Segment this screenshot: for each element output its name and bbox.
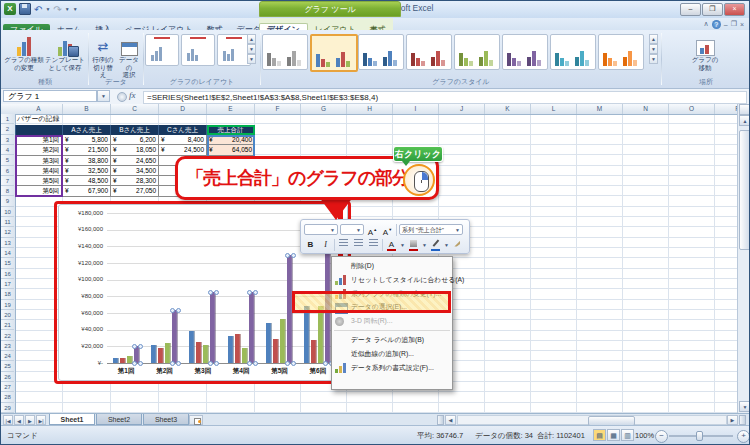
menu-item[interactable]: 削除(D) — [332, 259, 452, 273]
column-header-B[interactable]: B — [63, 104, 111, 114]
chart-style-option[interactable] — [454, 34, 500, 70]
row-header-18[interactable]: 18 — [1, 289, 14, 299]
value-cell[interactable]: ¥48,500 — [63, 176, 111, 186]
zoom-in-button[interactable]: + — [737, 430, 750, 443]
menu-item[interactable]: データ ラベルの追加(B) — [332, 333, 452, 347]
scroll-left-icon[interactable]: ◀ — [445, 415, 456, 425]
row-header-11[interactable]: 11 — [1, 217, 14, 227]
value-cell[interactable]: ¥34,500 — [111, 166, 159, 176]
name-box[interactable]: グラフ 1 — [3, 90, 97, 102]
row-header-22[interactable]: 22 — [1, 331, 14, 341]
row-header-7[interactable]: 7 — [1, 176, 14, 186]
column-header-M[interactable]: M — [577, 104, 623, 114]
row-header-12[interactable]: 12 — [1, 227, 14, 237]
value-cell[interactable]: ¥18,050 — [111, 145, 159, 155]
row-header-9[interactable]: 9 — [1, 196, 14, 206]
value-cell[interactable]: ¥28,300 — [111, 176, 159, 186]
chart-style-option[interactable] — [358, 34, 404, 70]
change-chart-type-button[interactable]: グラフの種類 の変更 — [4, 32, 44, 78]
column-header-O[interactable]: O — [669, 104, 715, 114]
value-cell[interactable]: ¥5,800 — [63, 135, 111, 145]
row-header-8[interactable]: 8 — [1, 186, 14, 196]
restore-button[interactable]: ❐ — [702, 3, 723, 16]
row-header-14[interactable]: 14 — [1, 248, 14, 258]
layout-scroll-down-icon[interactable]: ▼ — [247, 44, 256, 54]
row-header-24[interactable]: 24 — [1, 351, 14, 361]
chart-element-selector[interactable]: 系列 "売上合計"▼ — [399, 224, 463, 235]
align-center-button[interactable] — [352, 238, 365, 252]
align-right-button[interactable] — [367, 238, 380, 252]
value-cell[interactable]: ¥24,500 — [159, 145, 207, 155]
menu-item[interactable]: データ系列の書式設定(F)... — [332, 361, 452, 375]
table-header[interactable]: Cさん売上 — [159, 125, 207, 135]
table-header[interactable]: Bさん売上 — [111, 125, 159, 135]
chart-style-option[interactable] — [262, 34, 308, 70]
menu-item[interactable]: 3-D 回転(R)... — [332, 314, 452, 328]
column-header-F[interactable]: F — [255, 104, 301, 114]
zoom-slider-thumb[interactable] — [696, 431, 703, 441]
font-color-dropdown-icon[interactable]: ▼ — [400, 242, 405, 248]
value-cell[interactable]: ¥67,900 — [63, 186, 111, 196]
first-sheet-icon[interactable]: |◀ — [3, 415, 13, 425]
minimize-ribbon-icon[interactable]: ∧ — [704, 20, 709, 28]
vertical-scrollbar[interactable]: ▲ ▼ — [737, 104, 750, 413]
row-header-25[interactable]: 25 — [1, 361, 14, 371]
zoom-level[interactable]: 100% — [635, 431, 654, 440]
column-header-L[interactable]: L — [531, 104, 577, 114]
brush-icon[interactable] — [451, 238, 464, 252]
row-header-3[interactable]: 3 — [1, 135, 14, 145]
column-header-A[interactable]: A — [15, 104, 63, 114]
horizontal-scrollbar[interactable] — [457, 415, 727, 425]
chart-style-option[interactable] — [310, 34, 358, 72]
next-sheet-icon[interactable]: ▶ — [25, 415, 35, 425]
column-header-C[interactable]: C — [111, 104, 159, 114]
scroll-down-icon[interactable]: ▼ — [739, 401, 750, 412]
name-box-dropdown-icon[interactable]: ▼ — [97, 90, 110, 102]
fill-color-dropdown-icon[interactable]: ▼ — [422, 242, 427, 248]
italic-button[interactable]: I — [319, 238, 332, 252]
page-layout-view-button[interactable]: ▦ — [607, 429, 620, 441]
column-header-N[interactable]: N — [623, 104, 669, 114]
layout-gallery-more-icon[interactable]: ▼ — [247, 54, 256, 64]
grow-font-button[interactable]: A▲ — [366, 223, 379, 237]
row-header-1[interactable]: 1 — [1, 114, 14, 124]
row-header-10[interactable]: 10 — [1, 207, 14, 217]
move-chart-button[interactable]: グラフの 移動 — [685, 32, 725, 78]
vscroll-thumb[interactable] — [739, 130, 750, 250]
sheet-tab-Sheet3[interactable]: Sheet3 — [143, 414, 189, 425]
font-name-dropdown[interactable]: ▼ — [304, 224, 338, 235]
insert-function-icon[interactable]: fx — [129, 90, 136, 100]
row-header-26[interactable]: 26 — [1, 372, 14, 382]
switch-row-column-button[interactable]: ⇄ 行/列の 切り替え — [90, 32, 116, 78]
value-cell[interactable]: ¥38,800 — [63, 156, 111, 166]
layout-scroll-up-icon[interactable]: ▲ — [247, 34, 256, 44]
workbook-minimize-icon[interactable]: – — [724, 21, 728, 28]
chart-style-option[interactable] — [550, 34, 596, 70]
column-header-H[interactable]: H — [347, 104, 393, 114]
workbook-close-icon[interactable]: × — [740, 21, 744, 28]
row-header-19[interactable]: 19 — [1, 300, 14, 310]
sheet-tab-Sheet2[interactable]: Sheet2 — [96, 414, 142, 425]
column-header-D[interactable]: D — [159, 104, 207, 114]
row-header-2[interactable]: 2 — [1, 124, 14, 134]
normal-view-button[interactable]: ▤ — [593, 429, 606, 441]
scroll-right-icon[interactable]: ▶ — [727, 415, 738, 425]
row-header-29[interactable]: 29 — [1, 403, 14, 413]
sheet-tab-Sheet1[interactable]: Sheet1 — [49, 414, 95, 425]
prev-sheet-icon[interactable]: ◀ — [14, 415, 24, 425]
chart-layout-option[interactable] — [217, 34, 251, 66]
menu-item[interactable]: リセットしてスタイルに合わせる(A) — [332, 273, 452, 287]
value-cell[interactable]: ¥21,500 — [63, 145, 111, 155]
style-gallery-more-icon[interactable]: ▼ — [649, 54, 658, 64]
hsplit-handle-right[interactable] — [739, 415, 746, 425]
close-button[interactable]: × — [724, 3, 745, 16]
vsplit-handle[interactable] — [739, 104, 750, 115]
value-cell[interactable]: ¥24,650 — [111, 156, 159, 166]
column-header-K[interactable]: K — [485, 104, 531, 114]
font-color-button[interactable]: A — [385, 238, 398, 252]
select-data-button[interactable]: データの 選択 — [116, 32, 142, 78]
column-header-E[interactable]: E — [207, 104, 255, 114]
column-header-I[interactable]: I — [393, 104, 439, 114]
chart-style-option[interactable] — [502, 34, 548, 70]
row-header-17[interactable]: 17 — [1, 279, 14, 289]
